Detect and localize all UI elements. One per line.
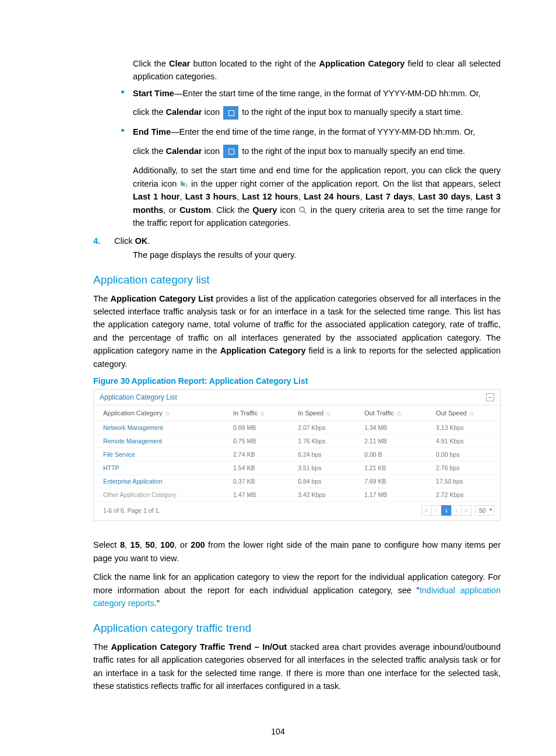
cell-value: 0.75 MB [224, 435, 288, 448]
start-time-line2: click the Calendar icon to the right of … [133, 106, 501, 120]
app-cat-list-desc: The Application Category List provides a… [93, 292, 501, 371]
heading-app-cat-list: Application category list [93, 274, 501, 286]
cell-value: 1.76 Kbps [288, 435, 355, 448]
start-time-label: Start Time [133, 89, 174, 98]
link-paragraph: Click the name link for an application c… [93, 570, 501, 610]
query-criteria-icon [180, 180, 188, 188]
end-time-extra: Additionally, to set the start time and … [133, 164, 501, 229]
cell-value: 1.34 MB [355, 421, 427, 435]
col-header[interactable]: Out Speed ◇ [427, 405, 500, 421]
cell-value: 1.54 KB [224, 461, 288, 475]
sort-icon: ◇ [326, 411, 330, 416]
page-size-select[interactable]: 50 [475, 505, 494, 516]
sort-icon: ◇ [397, 411, 401, 416]
collapse-icon[interactable]: – [486, 393, 494, 401]
step-4-result: The page displays the results of your qu… [133, 249, 501, 261]
col-header[interactable]: Application Category ◇ [94, 405, 224, 421]
cell-value: 1.17 MB [355, 488, 427, 502]
sort-icon: ◇ [166, 411, 170, 416]
app-cat-name[interactable]: Network Management [94, 421, 224, 435]
panel-footer: 1-6 of 6. Page 1 of 1. « ‹ 1 › » 50 [94, 502, 500, 520]
panel-header: Application Category List – [94, 390, 500, 405]
heading-traffic-trend: Application category traffic trend [93, 622, 501, 635]
pager-next-icon[interactable]: › [451, 505, 462, 516]
page-size-paragraph: Select 8, 15, 50, 100, or 200 from the l… [93, 538, 501, 565]
pager: « ‹ 1 › » 50 [422, 505, 494, 516]
figure-caption: Figure 30 Application Report: Applicatio… [93, 376, 501, 386]
svg-rect-0 [181, 181, 182, 186]
cell-value: 3.51 bps [288, 461, 355, 475]
clear-bold: Clear [169, 59, 190, 68]
table-row: HTTP1.54 KB3.51 bps1.21 KB2.76 bps [94, 461, 500, 475]
cell-value: 4.91 Kbps [427, 435, 500, 448]
app-cat-name[interactable]: HTTP [94, 461, 224, 475]
step-4: 4. Click OK. [93, 235, 501, 247]
appcat-bold: Application Category [319, 59, 404, 68]
cell-value: 0.37 KB [224, 475, 288, 488]
cell-value: 3.13 Kbps [427, 421, 500, 435]
table-row: Remote Management0.75 MB1.76 Kbps2.11 MB… [94, 435, 500, 448]
table-row: Other Application Category1.47 MB3.42 Kb… [94, 488, 500, 502]
end-time-line2: click the Calendar icon to the right of … [133, 145, 501, 159]
svg-line-5 [304, 212, 307, 214]
traffic-trend-desc: The Application Category Traffic Trend –… [93, 640, 501, 693]
app-cat-name[interactable]: Enterprise Application [94, 475, 224, 488]
cell-value: 3.42 Kbps [288, 488, 355, 502]
table-row: Network Management0.89 MB2.07 Kbps1.34 M… [94, 421, 500, 435]
footer-text: 1-6 of 6. Page 1 of 1. [103, 507, 160, 514]
cell-value: 2.07 Kbps [288, 421, 355, 435]
magnifier-icon [298, 206, 307, 215]
panel-title: Application Category List [100, 393, 177, 401]
cell-value: 1.21 KB [355, 461, 427, 475]
calendar-icon [223, 145, 238, 158]
cell-value: 2.74 KB [224, 448, 288, 461]
bullet-start-time: Start Time—Enter the start time of the t… [121, 87, 501, 100]
table-row: File Service2.74 KB6.24 bps0.00 B0.00 bp… [94, 448, 500, 461]
cell-value: 1.47 MB [224, 488, 288, 502]
cell-value: 0.00 bps [427, 448, 500, 461]
svg-line-3 [186, 186, 188, 187]
bullet-icon [121, 129, 124, 132]
pager-last-icon[interactable]: » [461, 505, 471, 516]
app-cat-table: Application Category ◇In Traffic ◇In Spe… [94, 405, 500, 502]
sort-icon: ◇ [261, 411, 265, 416]
cell-value: 0.84 bps [288, 475, 355, 488]
page-number: 104 [0, 727, 556, 736]
app-cat-name: Other Application Category [94, 488, 224, 502]
bullet-icon [121, 90, 124, 93]
cell-value: 2.11 MB [355, 435, 427, 448]
cell-value: 2.76 bps [427, 461, 500, 475]
cell-value: 0.00 B [355, 448, 427, 461]
pager-first-icon[interactable]: « [421, 505, 432, 516]
pager-current[interactable]: 1 [441, 505, 452, 516]
end-time-label: End Time [133, 127, 171, 136]
bullet-end-time: End Time—Enter the end time of the time … [121, 125, 501, 138]
ok-bold: OK [135, 236, 147, 246]
cell-value: 7.69 KB [355, 475, 427, 488]
cell-value: 2.72 Kbps [427, 488, 500, 502]
col-header[interactable]: Out Traffic ◇ [355, 405, 427, 421]
app-cat-list-panel: Application Category List – Application … [93, 389, 501, 521]
step-number: 4. [93, 235, 100, 247]
app-cat-name[interactable]: File Service [94, 448, 224, 461]
cell-value: 6.24 bps [288, 448, 355, 461]
cell-value: 17.50 bps [427, 475, 500, 488]
app-cat-name[interactable]: Remote Management [94, 435, 224, 448]
text: Click the [133, 59, 169, 68]
pager-prev-icon[interactable]: ‹ [431, 505, 442, 516]
col-header[interactable]: In Traffic ◇ [224, 405, 288, 421]
table-row: Enterprise Application0.37 KB0.84 bps7.6… [94, 475, 500, 488]
calendar-icon [223, 106, 238, 120]
svg-rect-1 [182, 183, 184, 186]
sort-icon: ◇ [470, 411, 474, 416]
clear-paragraph: Click the Clear button located to the ri… [133, 57, 501, 83]
svg-point-4 [300, 207, 304, 212]
cell-value: 0.89 MB [224, 421, 288, 435]
col-header[interactable]: In Speed ◇ [288, 405, 355, 421]
